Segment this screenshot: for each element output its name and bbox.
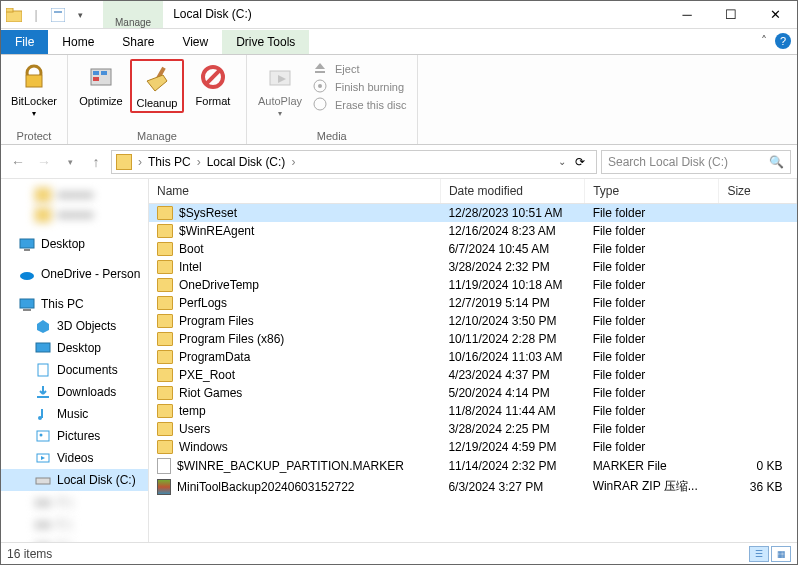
nav-drive-e[interactable]: E:) — [1, 513, 148, 535]
table-row[interactable]: MiniToolBackup202406031527226/3/2024 3:2… — [149, 476, 797, 497]
nav-documents[interactable]: Documents — [1, 359, 148, 381]
chevron-right-icon[interactable]: › — [287, 155, 299, 169]
nav-quick-item[interactable]: ■■■■■ — [1, 205, 148, 225]
nav-videos[interactable]: Videos — [1, 447, 148, 469]
optimize-button[interactable]: Optimize — [74, 59, 128, 109]
table-row[interactable]: OneDriveTemp11/19/2024 10:18 AMFile fold… — [149, 276, 797, 294]
column-size[interactable]: Size — [719, 179, 797, 204]
ribbon: BitLocker ▾ Protect Optimize Clean — [1, 55, 797, 145]
eject-button[interactable]: Eject — [313, 61, 407, 77]
file-type: File folder — [585, 366, 719, 384]
file-type: File folder — [585, 348, 719, 366]
chevron-right-icon[interactable]: › — [193, 155, 205, 169]
tab-share[interactable]: Share — [108, 30, 168, 54]
nav-quick-item[interactable]: ■■■■■ — [1, 185, 148, 205]
table-row[interactable]: Windows12/19/2024 4:59 PMFile folder — [149, 438, 797, 456]
file-icon — [157, 458, 171, 474]
svg-rect-16 — [315, 71, 325, 73]
folder-icon — [157, 350, 173, 364]
erase-disc-button[interactable]: Erase this disc — [313, 97, 407, 113]
details-view-button[interactable]: ☰ — [749, 546, 769, 562]
drive-icon — [35, 516, 51, 532]
nav-this-pc[interactable]: This PC — [1, 293, 148, 315]
table-row[interactable]: Users3/28/2024 2:25 PMFile folder — [149, 420, 797, 438]
file-type: File folder — [585, 312, 719, 330]
nav-desktop[interactable]: Desktop — [1, 233, 148, 255]
nav-local-disk-c[interactable]: Local Disk (C:) — [1, 469, 148, 491]
svg-point-32 — [40, 434, 43, 437]
svg-rect-37 — [36, 522, 50, 528]
breadcrumb-local-disk[interactable]: Local Disk (C:) — [207, 155, 286, 169]
breadcrumb-this-pc[interactable]: This PC — [148, 155, 191, 169]
bitlocker-button[interactable]: BitLocker ▾ — [7, 59, 61, 120]
recent-locations-button[interactable]: ▾ — [59, 151, 81, 173]
column-name[interactable]: Name — [149, 179, 440, 204]
videos-icon — [35, 450, 51, 466]
navigation-pane[interactable]: ■■■■■ ■■■■■ Desktop OneDrive - Person Th… — [1, 179, 149, 542]
minimize-button[interactable]: ─ — [665, 1, 709, 28]
table-row[interactable]: Boot6/7/2024 10:45 AMFile folder — [149, 240, 797, 258]
group-manage: Optimize Cleanup Format Manage — [68, 55, 247, 144]
close-button[interactable]: ✕ — [753, 1, 797, 28]
table-row[interactable]: PerfLogs12/7/2019 5:14 PMFile folder — [149, 294, 797, 312]
table-row[interactable]: $WinREAgent12/16/2024 8:23 AMFile folder — [149, 222, 797, 240]
file-size: 0 KB — [719, 456, 797, 476]
file-type: File folder — [585, 402, 719, 420]
refresh-button[interactable]: ⟳ — [568, 155, 592, 169]
breadcrumb[interactable]: › This PC › Local Disk (C:) › ⌄ ⟳ — [111, 150, 597, 174]
autoplay-button[interactable]: AutoPlay ▾ — [253, 59, 307, 120]
downloads-icon — [35, 384, 51, 400]
svg-rect-31 — [37, 431, 49, 441]
nav-desktop-sub[interactable]: Desktop — [1, 337, 148, 359]
tab-home[interactable]: Home — [48, 30, 108, 54]
breadcrumb-dropdown-icon[interactable]: ⌄ — [558, 156, 566, 167]
nav-downloads[interactable]: Downloads — [1, 381, 148, 403]
thumbnails-view-button[interactable]: ▦ — [771, 546, 791, 562]
file-list[interactable]: Name Date modified Type Size $SysReset12… — [149, 179, 797, 542]
file-name: Program Files (x86) — [179, 332, 284, 346]
cleanup-button[interactable]: Cleanup — [130, 59, 184, 113]
help-icon[interactable]: ? — [775, 33, 791, 49]
nav-drive-f[interactable]: F:) — [1, 535, 148, 542]
tab-file[interactable]: File — [1, 30, 48, 54]
tab-view[interactable]: View — [168, 30, 222, 54]
bitlocker-icon — [18, 61, 50, 93]
format-button[interactable]: Format — [186, 59, 240, 109]
svg-rect-27 — [38, 364, 48, 376]
search-input[interactable]: Search Local Disk (C:) 🔍 — [601, 150, 791, 174]
table-row[interactable]: Intel3/28/2024 2:32 PMFile folder — [149, 258, 797, 276]
folder-icon — [157, 368, 173, 382]
drive-icon — [116, 154, 132, 170]
table-row[interactable]: ProgramData10/16/2024 11:03 AMFile folde… — [149, 348, 797, 366]
table-row[interactable]: Program Files (x86)10/11/2024 2:28 PMFil… — [149, 330, 797, 348]
folder-icon — [157, 314, 173, 328]
table-row[interactable]: PXE_Root4/23/2024 4:37 PMFile folder — [149, 366, 797, 384]
nav-drive-d[interactable]: D:) — [1, 491, 148, 513]
up-button[interactable]: ↑ — [85, 151, 107, 173]
tab-drive-tools[interactable]: Drive Tools — [222, 30, 309, 54]
chevron-right-icon[interactable]: › — [134, 155, 146, 169]
table-row[interactable]: $SysReset12/28/2023 10:51 AMFile folder — [149, 204, 797, 223]
back-button[interactable]: ← — [7, 151, 29, 173]
maximize-button[interactable]: ☐ — [709, 1, 753, 28]
file-date: 11/19/2024 10:18 AM — [440, 276, 584, 294]
column-modified[interactable]: Date modified — [440, 179, 584, 204]
ribbon-collapse-icon[interactable]: ˄ — [761, 34, 767, 48]
desktop-icon — [19, 236, 35, 252]
explorer-icon — [5, 6, 23, 24]
column-type[interactable]: Type — [585, 179, 719, 204]
table-row[interactable]: $WINRE_BACKUP_PARTITION.MARKER11/14/2024… — [149, 456, 797, 476]
finish-burning-button[interactable]: Finish burning — [313, 79, 407, 95]
folder-icon — [157, 404, 173, 418]
qat-dropdown-icon[interactable]: ▾ — [71, 6, 89, 24]
nav-music[interactable]: Music — [1, 403, 148, 425]
nav-pictures[interactable]: Pictures — [1, 425, 148, 447]
table-row[interactable]: Program Files12/10/2024 3:50 PMFile fold… — [149, 312, 797, 330]
table-row[interactable]: Riot Games5/20/2024 4:14 PMFile folder — [149, 384, 797, 402]
nav-3d-objects[interactable]: 3D Objects — [1, 315, 148, 337]
table-row[interactable]: temp11/8/2024 11:44 AMFile folder — [149, 402, 797, 420]
forward-button[interactable]: → — [33, 151, 55, 173]
qat-properties-icon[interactable] — [49, 6, 67, 24]
nav-onedrive[interactable]: OneDrive - Person — [1, 263, 148, 285]
svg-rect-5 — [26, 75, 42, 87]
